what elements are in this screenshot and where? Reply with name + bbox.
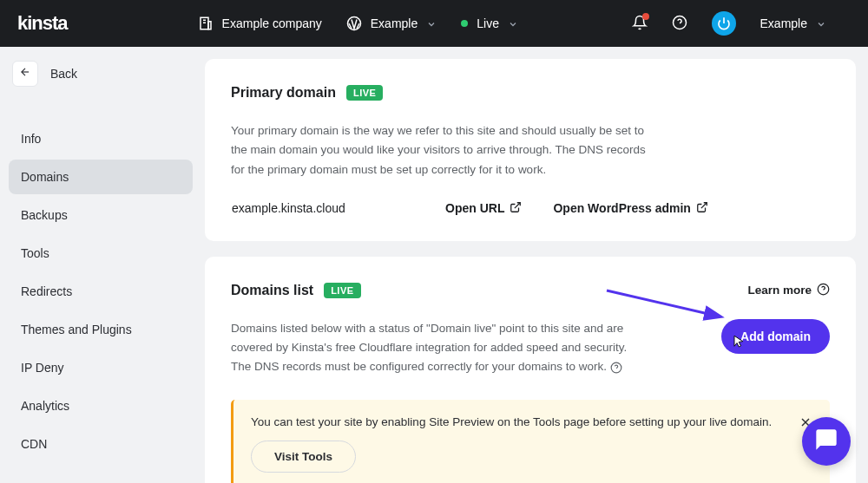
banner-body: You can test your site by enabling Site … <box>251 415 772 473</box>
logo: kinsta <box>17 12 68 35</box>
card-description: Domains listed below with a status of "D… <box>231 319 630 377</box>
chat-icon <box>814 428 838 455</box>
help-icon[interactable] <box>610 362 622 374</box>
card-title: Domains list <box>231 283 313 298</box>
card-header: Primary domain LIVE <box>231 85 830 101</box>
sidebar-item-tools[interactable]: Tools <box>9 236 193 271</box>
help-icon <box>817 283 830 298</box>
card-header: Domains list LIVE <box>231 283 361 298</box>
card-description: Your primary domain is the way we refer … <box>231 121 648 179</box>
chevron-down-icon <box>426 18 437 29</box>
live-badge: LIVE <box>346 85 383 101</box>
help-icon <box>672 15 687 33</box>
user-name: Example <box>760 16 807 30</box>
domains-list-card: Domains list LIVE Learn more Domains lis… <box>205 257 856 483</box>
open-url-label: Open URL <box>445 201 504 215</box>
chevron-down-icon <box>816 18 826 29</box>
topbar: kinsta Example company Example Live <box>0 0 868 47</box>
domain-name: example.kinsta.cloud <box>232 201 414 215</box>
open-wp-label: Open WordPress admin <box>553 201 690 215</box>
sidebar: Back Info Domains Backups Tools Redirect… <box>0 47 201 483</box>
wordpress-icon <box>346 16 362 31</box>
learn-more-label: Learn more <box>747 284 812 297</box>
external-link-icon <box>510 201 522 216</box>
card-title: Primary domain <box>231 85 336 101</box>
open-url-link[interactable]: Open URL <box>445 201 522 216</box>
sidebar-item-analytics[interactable]: Analytics <box>9 388 193 423</box>
main-layout: Back Info Domains Backups Tools Redirect… <box>0 47 868 483</box>
sidebar-item-cdn[interactable]: CDN <box>9 427 193 461</box>
sidebar-item-ip-deny[interactable]: IP Deny <box>9 350 193 385</box>
user-menu[interactable]: Example <box>760 16 826 30</box>
add-domain-button[interactable]: Add domain <box>721 319 830 354</box>
notifications-button[interactable] <box>632 15 648 33</box>
list-desc-row: Domains listed below with a status of "D… <box>231 319 830 377</box>
sidebar-item-themes-plugins[interactable]: Themes and Plugins <box>9 312 193 347</box>
notification-badge <box>642 13 649 20</box>
environment-label: Live <box>477 16 499 30</box>
arrow-left-icon <box>19 66 31 82</box>
back-row: Back <box>9 61 193 87</box>
svg-line-9 <box>515 203 520 208</box>
banner-text: You can test your site by enabling Site … <box>251 415 772 428</box>
content-area: Primary domain LIVE Your primary domain … <box>201 47 868 483</box>
site-name: Example <box>371 16 418 30</box>
sidebar-item-redirects[interactable]: Redirects <box>9 274 193 309</box>
sidebar-item-backups[interactable]: Backups <box>9 198 193 232</box>
open-wp-admin-link[interactable]: Open WordPress admin <box>553 201 707 216</box>
power-button[interactable] <box>712 11 736 36</box>
chat-widget-button[interactable] <box>802 417 851 466</box>
building-icon <box>198 16 214 31</box>
svg-line-10 <box>701 203 707 208</box>
power-icon <box>712 11 736 36</box>
environment-selector[interactable]: Live <box>461 16 518 30</box>
live-badge: LIVE <box>324 283 360 298</box>
learn-more-link[interactable]: Learn more <box>747 283 830 298</box>
chevron-down-icon <box>508 18 518 29</box>
status-dot-icon <box>461 20 468 27</box>
company-name: Example company <box>222 16 322 30</box>
back-label: Back <box>50 67 77 81</box>
visit-tools-button[interactable]: Visit Tools <box>251 441 356 473</box>
sidebar-item-domains[interactable]: Domains <box>9 160 193 194</box>
svg-rect-1 <box>208 22 211 29</box>
card-header-row: Domains list LIVE Learn more <box>231 283 830 298</box>
site-selector[interactable]: Example <box>346 16 437 31</box>
primary-domain-row: example.kinsta.cloud Open URL Open WordP… <box>231 200 830 217</box>
back-button[interactable] <box>12 61 38 87</box>
info-banner: You can test your site by enabling Site … <box>231 400 830 483</box>
primary-domain-card: Primary domain LIVE Your primary domain … <box>205 59 856 241</box>
help-button[interactable] <box>672 15 687 33</box>
sidebar-item-info[interactable]: Info <box>9 121 193 156</box>
external-link-icon <box>696 201 708 216</box>
company-selector[interactable]: Example company <box>198 16 322 31</box>
